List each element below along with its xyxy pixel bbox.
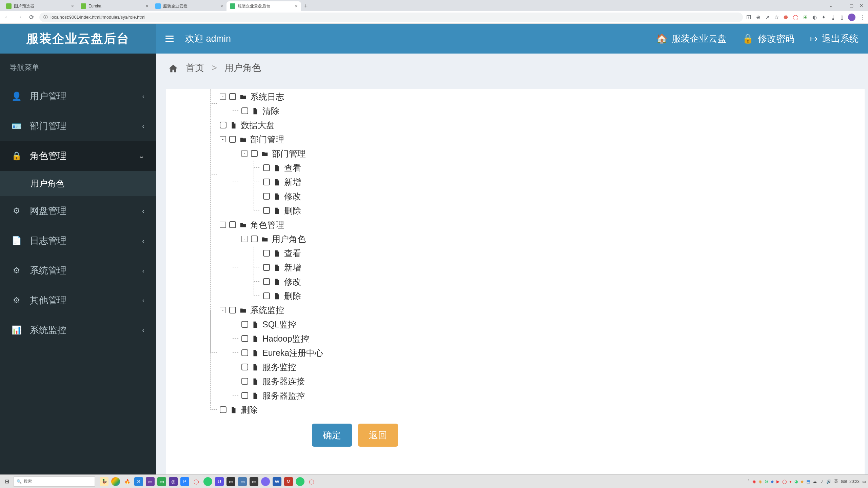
tree-node-row[interactable]: -角色管理 [220,218,821,232]
sidebar-item[interactable]: ⚙ 系统管理 ‹ [0,256,156,285]
dice-icon[interactable]: ⊞ [803,14,808,20]
tree-checkbox[interactable] [241,364,248,370]
tree-node-row[interactable]: -用户角色 [241,232,821,246]
home-icon[interactable] [168,62,178,74]
tree-node-row[interactable]: -部门管理 [220,132,821,146]
profile-avatar-icon[interactable] [848,14,855,21]
new-tab-button[interactable]: + [301,1,311,11]
taskbar-search[interactable]: 🔍 搜索 [14,476,95,487]
tree-checkbox[interactable] [220,406,226,413]
tray-icon[interactable]: ● [789,479,792,484]
tree-node-row[interactable]: 新增 [263,175,821,189]
taskbar-app-icon[interactable]: U [215,477,224,486]
header-link-home[interactable]: 🏠 服装企业云盘 [656,33,727,45]
tree-expander[interactable]: - [220,94,226,100]
dot-icon[interactable]: ◐ [812,14,817,20]
tree-checkbox[interactable] [241,349,248,356]
tray-chevron-icon[interactable]: ˄ [748,479,750,484]
tray-icon[interactable]: ◉ [752,479,756,484]
block-icon[interactable]: ◯ [793,14,798,20]
taskbar-app-icon[interactable] [111,477,120,486]
tree-checkbox[interactable] [229,307,236,313]
sidebar-item[interactable]: 🔒 角色管理 ⌄ [0,141,156,171]
sidebar-item[interactable]: 👤 用户管理 ‹ [0,81,156,111]
tree-checkbox[interactable] [263,278,270,285]
sidebar-subitem[interactable]: 用户角色 [0,171,156,196]
confirm-button[interactable]: 确定 [312,424,352,447]
tree-checkbox[interactable] [241,321,248,328]
tree-checkbox[interactable] [241,392,248,399]
taskbar-app-icon[interactable]: ◯ [192,477,201,486]
start-button[interactable]: ⊞ [2,477,12,486]
close-icon[interactable]: × [295,3,298,9]
tree-checkbox[interactable] [241,378,248,385]
tray-icon[interactable]: ◕ [794,479,798,484]
panel[interactable]: -系统日志清除数据大盘-部门管理-部门管理查看新增修改删除-角色管理-用户角色查… [166,89,865,488]
tree-node-row[interactable]: 新增 [263,260,821,274]
tree-checkbox[interactable] [229,221,236,228]
taskbar-app-icon[interactable] [261,477,270,486]
tree-node-row[interactable]: 查看 [263,246,821,260]
tree-node-row[interactable]: Eureka注册中心 [241,346,821,360]
tree-node-row[interactable]: 删除 [220,403,821,417]
share-icon[interactable]: ↗ [765,14,770,20]
tray-icon[interactable]: ◆ [801,479,804,484]
tree-expander[interactable]: - [220,136,226,142]
sidebar-item[interactable]: ⚙ 其他管理 ‹ [0,285,156,315]
tree-checkbox[interactable] [263,179,270,185]
tray-icon[interactable]: ▶ [776,479,780,484]
tree-expander[interactable]: - [220,222,226,228]
tree-node-row[interactable]: 删除 [263,203,821,218]
taskbar-app-icon[interactable] [203,477,212,486]
tree-node-row[interactable]: 服务器连接 [241,374,821,388]
reload-icon[interactable]: ⟳ [27,13,36,22]
close-icon[interactable]: × [146,3,149,9]
taskbar-app-icon[interactable]: 🔥 [123,477,132,486]
tray-volume-icon[interactable]: 🔊 [826,479,831,484]
tree-checkbox[interactable] [263,193,270,200]
taskbar-app-icon[interactable]: ▭ [146,477,155,486]
panel-icon[interactable]: ▯ [841,14,843,20]
tree-node-row[interactable]: 修改 [263,274,821,289]
tray-icon[interactable]: ☁ [813,479,817,484]
tray-keyboard-icon[interactable]: ⌨ [841,479,847,484]
header-link-password[interactable]: 🔒 修改密码 [742,33,794,45]
forward-icon[interactable]: → [15,13,24,22]
sidebar-item[interactable]: 📄 日志管理 ‹ [0,226,156,256]
close-icon[interactable]: × [71,3,74,9]
tree-checkbox[interactable] [251,236,258,242]
star-icon[interactable]: ☆ [774,14,779,20]
app-logo[interactable]: 服装企业云盘后台 [0,24,156,54]
tree-node-row[interactable]: 数据大盘 [220,118,821,132]
tree-node-row[interactable]: -系统监控 [220,303,821,317]
taskbar-app-icon[interactable]: S [134,477,143,486]
tree-expander[interactable]: - [241,236,248,242]
breadcrumb-home[interactable]: 首页 [186,62,204,74]
tray-icon[interactable]: 🗨 [820,479,824,484]
sidebar-item[interactable]: 📊 系统监控 ‹ [0,315,156,345]
browser-tab[interactable]: 服装企业云盘后台 × [226,1,301,11]
taskbar-app-icon[interactable]: ◯ [307,477,316,486]
taskbar-app-icon[interactable]: M [284,477,293,486]
tree-node-row[interactable]: 清除 [241,104,821,118]
tree-node-row[interactable]: -系统日志 [220,89,821,104]
tree-checkbox[interactable] [263,207,270,214]
tree-node-row[interactable]: 服务器监控 [241,388,821,403]
key-icon[interactable]: ⚿ [746,14,751,20]
taskbar-app-icon[interactable]: ▭ [250,477,258,486]
tree-checkbox[interactable] [229,136,236,143]
tree-node-row[interactable]: 修改 [263,189,821,203]
tray-icon[interactable]: G [765,479,768,484]
menu-icon[interactable]: ⋮ [860,14,865,20]
tray-notification-icon[interactable]: ▭ [862,479,866,484]
taskbar-app-icon[interactable]: ▭ [226,477,235,486]
tray-icon[interactable]: ◯ [782,479,787,484]
taskbar-app-icon[interactable]: P [180,477,189,486]
close-icon[interactable]: × [220,3,223,9]
taskbar-app-icon[interactable]: 🦆 [100,477,108,486]
translate-icon[interactable]: ⊕ [756,14,761,20]
minimize-icon[interactable]: — [839,3,843,8]
close-icon[interactable]: ✕ [860,3,863,8]
tree-node-row[interactable]: 删除 [263,289,821,303]
tree-node-row[interactable]: -部门管理 [241,146,821,161]
